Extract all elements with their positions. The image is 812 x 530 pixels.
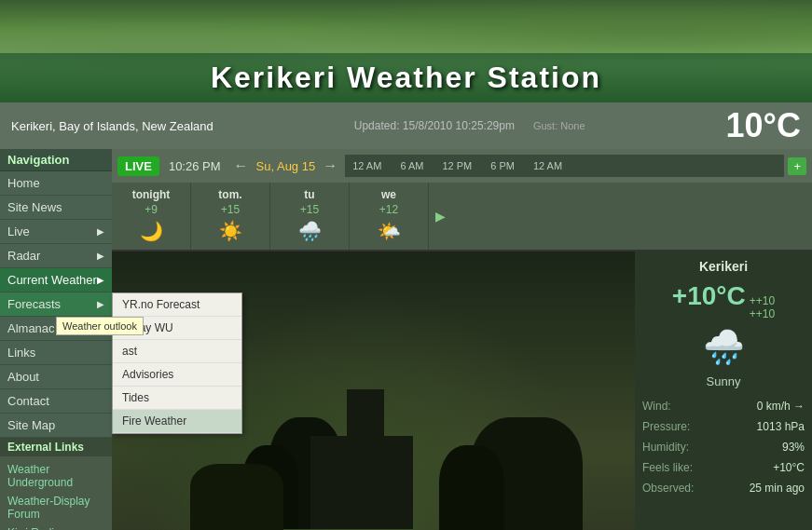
date-display: Su, Aug 15 bbox=[256, 159, 316, 173]
dropdown-fire-weather[interactable]: Fire Weather bbox=[113, 410, 241, 433]
ext-link-wu[interactable]: Weather Underground bbox=[7, 460, 104, 492]
expand-button[interactable]: + bbox=[788, 157, 806, 175]
forecast-tom-label: tom. bbox=[195, 188, 266, 201]
sidebar-item-links[interactable]: Links bbox=[0, 341, 112, 365]
forecast-day-tu[interactable]: tu +15 🌧️ bbox=[270, 183, 350, 250]
sidebar-item-home[interactable]: Home bbox=[0, 171, 112, 196]
forecast-tom-icon: ☀️ bbox=[195, 220, 266, 242]
weather-pressure: Pressure: 1013 hPa bbox=[642, 418, 805, 435]
weather-icon: 🌧️ bbox=[642, 328, 805, 367]
forecast-strip: tonight +9 🌙 tom. +15 ☀️ tu +15 🌧️ we +1… bbox=[112, 183, 812, 251]
weather-wind: Wind: 0 km/h → bbox=[642, 398, 805, 414]
forecast-tom-temp: +15 bbox=[195, 203, 266, 216]
submenu-arrow: ▶ bbox=[97, 299, 104, 309]
location-bar: Kerikeri, Bay of Islands, New Zealand Up… bbox=[0, 102, 812, 149]
timeline-12am-2: 12 AM bbox=[533, 160, 562, 171]
submenu-arrow: ▶ bbox=[97, 275, 104, 285]
external-links-section: External Links Weather Underground Weath… bbox=[0, 438, 112, 530]
forecast-tu-label: tu bbox=[274, 188, 345, 201]
weather-temp: +10°C bbox=[672, 281, 746, 311]
temp-high: ++10 bbox=[750, 294, 775, 307]
update-info: Updated: 15/8/2010 10:25:29pm Gust: None bbox=[354, 119, 585, 133]
sidebar-item-current-weather[interactable]: Current Weather ▶ bbox=[0, 268, 112, 292]
site-title: Kerikeri Weather Station bbox=[0, 53, 812, 102]
forecast-day-tom[interactable]: tom. +15 ☀️ bbox=[191, 183, 270, 250]
forecast-we-label: we bbox=[353, 188, 424, 201]
weather-nav-bar: LIVE 10:26 PM ← Su, Aug 15 → 12 AM 6 AM … bbox=[112, 149, 812, 183]
timeline-6am: 6 AM bbox=[400, 160, 423, 171]
weather-feels-like: Feels like: +10°C bbox=[642, 459, 805, 476]
ext-link-wdf[interactable]: Weather-Display Forum bbox=[7, 492, 104, 523]
main-layout: Navigation Home Site News Live ▶ Radar ▶… bbox=[0, 149, 812, 530]
forecast-day-we[interactable]: we +12 🌤️ bbox=[350, 183, 429, 250]
forecast-day-tonight[interactable]: tonight +9 🌙 bbox=[112, 183, 191, 250]
sidebar-item-live[interactable]: Live ▶ bbox=[0, 220, 112, 244]
forecast-tonight-temp: +9 bbox=[116, 203, 186, 216]
sidebar-item-about[interactable]: About bbox=[0, 365, 112, 389]
forecasts-dropdown-container: Forecasts ▶ YR.no Forecast 7 Day WU ast … bbox=[0, 292, 112, 317]
forecast-tonight-icon: 🌙 bbox=[116, 220, 186, 242]
temp-low: ++10 bbox=[750, 307, 775, 320]
weather-location: Kerikeri bbox=[642, 259, 805, 274]
almanac-dropdown-container: Almanac ▶ Weather outlook bbox=[0, 317, 112, 341]
forecast-tu-temp: +15 bbox=[274, 203, 345, 216]
sidebar-item-sitenews[interactable]: Site News bbox=[0, 196, 112, 220]
weather-condition: Sunny bbox=[642, 374, 805, 388]
sidebar-item-contact[interactable]: Contact bbox=[0, 389, 112, 414]
weather-outlook-tooltip: Weather outlook bbox=[56, 317, 144, 335]
dropdown-tides[interactable]: Tides bbox=[113, 387, 241, 410]
forecast-next-arrow[interactable]: ▶ bbox=[429, 183, 451, 250]
prev-arrow[interactable]: ← bbox=[230, 156, 253, 176]
forecast-tu-icon: 🌧️ bbox=[274, 220, 345, 242]
dropdown-ast[interactable]: ast bbox=[113, 340, 241, 363]
dropdown-yr-forecast[interactable]: YR.no Forecast bbox=[113, 293, 241, 317]
time-display: 10:26 PM bbox=[163, 157, 227, 175]
forecast-tonight-label: tonight bbox=[116, 188, 186, 201]
next-arrow[interactable]: → bbox=[319, 156, 341, 176]
timeline-6pm: 6 PM bbox=[490, 160, 515, 171]
gust-info: Gust: None bbox=[533, 120, 585, 131]
weather-panel: Kerikeri +10°C ++10 ++10 🌧️ Sunny Wind: … bbox=[635, 251, 812, 530]
sidebar-item-forecasts[interactable]: Forecasts ▶ bbox=[0, 292, 112, 317]
current-temp: 10°C bbox=[726, 106, 801, 145]
external-links-header: External Links bbox=[0, 438, 112, 456]
weather-humidity: Humidity: 93% bbox=[642, 439, 805, 455]
header-banner: Kerikeri Weather Station bbox=[0, 0, 812, 102]
forecasts-dropdown-menu: YR.no Forecast 7 Day WU ast Advisories T… bbox=[112, 292, 242, 434]
timeline-12pm: 12 PM bbox=[442, 160, 472, 171]
update-label: Updated: 15/8/2010 10:25:29pm bbox=[354, 119, 515, 132]
weather-observed: Observed: 25 min ago bbox=[642, 480, 805, 496]
submenu-arrow: ▶ bbox=[97, 251, 104, 261]
sidebar: Navigation Home Site News Live ▶ Radar ▶… bbox=[0, 149, 112, 530]
sidebar-item-radar[interactable]: Radar ▶ bbox=[0, 244, 112, 268]
dropdown-advisories[interactable]: Advisories bbox=[113, 363, 241, 387]
nav-header: Navigation bbox=[0, 149, 112, 171]
ext-link-kiwi-radio[interactable]: Kiwi Radio bbox=[7, 523, 104, 530]
forecast-we-temp: +12 bbox=[353, 203, 424, 216]
location-name: Kerikeri, Bay of Islands, New Zealand bbox=[11, 119, 213, 133]
forecast-we-icon: 🌤️ bbox=[353, 220, 424, 242]
live-badge: LIVE bbox=[117, 156, 159, 176]
submenu-arrow: ▶ bbox=[97, 226, 104, 237]
timeline-12am-1: 12 AM bbox=[352, 160, 381, 171]
day-highlight: Su, Aug 15 bbox=[256, 159, 316, 173]
timeline-bar: 12 AM 6 AM 12 PM 6 PM 12 AM bbox=[345, 155, 784, 177]
sidebar-item-sitemap[interactable]: Site Map bbox=[0, 414, 112, 438]
